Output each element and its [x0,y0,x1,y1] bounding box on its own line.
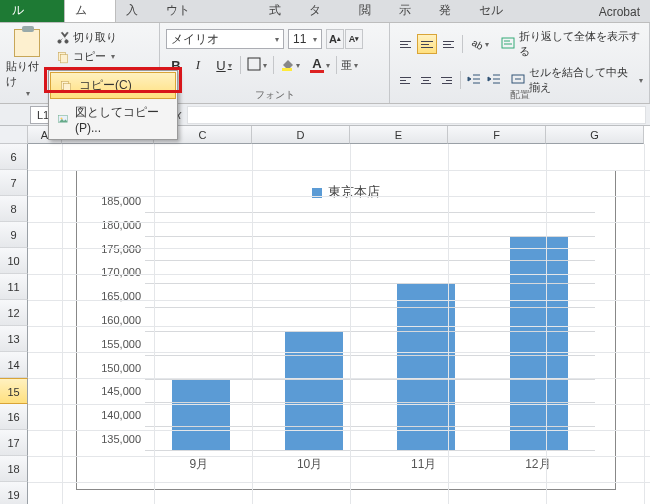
scissors-icon [56,31,70,45]
chevron-down-icon: ▾ [296,61,300,70]
italic-button[interactable]: I [188,55,208,75]
increase-font-button[interactable]: A▴ [326,29,344,49]
menu-item-copy-as-picture[interactable]: 図としてコピー(P)... [49,100,177,139]
select-all-triangle[interactable] [0,126,28,144]
row-header-12[interactable]: 12 [0,300,28,326]
wrap-text-label: 折り返して全体を表示する [519,29,643,59]
paste-icon [14,29,40,57]
row-header-6[interactable]: 6 [0,144,28,170]
align-right-button[interactable] [437,70,456,90]
menu-item-copy-label: コピー(C) [79,77,132,94]
tab-file[interactable]: ファイル [0,0,64,22]
chevron-down-icon: ▾ [111,52,115,61]
chevron-down-icon: ▾ [275,35,279,44]
row-header-9[interactable]: 9 [0,222,28,248]
row-header-13[interactable]: 13 [0,326,28,352]
tab-view[interactable]: 表示 [389,0,429,22]
fill-color-button[interactable]: ▾ [276,55,304,75]
chart-x-tick: 11月 [411,456,436,473]
increase-font-label: A [329,33,337,45]
formula-bar[interactable] [187,106,646,124]
ribbon-tabs: ファイル ホーム 挿入 ページ レイアウト 数式 データ 校閲 表示 開発 活用… [0,0,650,22]
wrap-text-button[interactable]: 折り返して全体を表示する [501,29,643,59]
align-top-button[interactable] [396,34,415,54]
tab-insert[interactable]: 挿入 [116,0,156,22]
chevron-down-icon: ▾ [263,61,267,70]
svg-rect-3 [64,83,71,91]
align-left-button[interactable] [396,70,415,90]
decrease-font-button[interactable]: A▾ [345,29,363,49]
row-header-19[interactable]: 19 [0,482,28,504]
chart-y-tick: 135,000 [91,433,141,445]
column-header-F[interactable]: F [448,126,546,144]
chevron-down-icon: ▾ [639,76,643,85]
border-icon [247,57,261,74]
row-header-11[interactable]: 11 [0,274,28,300]
column-header-D[interactable]: D [252,126,350,144]
column-header-E[interactable]: E [350,126,448,144]
cut-label: 切り取り [73,30,117,45]
worksheet[interactable]: ABCDEFG 678910111213141516171819 東京本店 13… [0,126,650,504]
wrap-icon [501,36,515,52]
font-size-value: 11 [293,32,306,46]
chart-x-tick: 9月 [189,456,208,473]
tab-home[interactable]: ホーム [64,0,116,22]
tab-developer[interactable]: 開発 [429,0,469,22]
tab-data[interactable]: データ [299,0,349,22]
tab-acrobat[interactable]: Acrobat [589,2,650,22]
chart-legend: 東京本店 [87,179,605,207]
chevron-down-icon: ▾ [354,61,358,70]
chart-y-tick: 140,000 [91,409,141,421]
border-button[interactable]: ▾ [243,55,271,75]
row-header-8[interactable]: 8 [0,196,28,222]
chevron-down-icon: ▾ [485,40,489,49]
tab-review[interactable]: 校閲 [349,0,389,22]
grid-area[interactable]: 東京本店 135,000140,000145,000150,000155,000… [28,144,650,504]
underline-label: U [216,58,225,73]
svg-rect-8 [502,38,514,48]
chevron-down-icon: ▾ [26,89,30,98]
indent-icon [487,72,501,89]
orientation-button[interactable]: ab▾ [467,34,494,54]
chart-bar [510,237,568,451]
row-header-18[interactable]: 18 [0,456,28,482]
chart-x-labels: 9月10月11月12月 [145,456,595,473]
row-header-14[interactable]: 14 [0,352,28,378]
group-font-label: フォント [160,88,389,102]
row-header-7[interactable]: 7 [0,170,28,196]
row-header-17[interactable]: 17 [0,430,28,456]
phonetic-button[interactable]: 亜▾ [339,55,359,75]
row-header-10[interactable]: 10 [0,248,28,274]
row-header-16[interactable]: 16 [0,404,28,430]
chart-y-tick: 150,000 [91,362,141,374]
tab-formulas[interactable]: 数式 [259,0,299,22]
paste-button[interactable]: 貼り付け ▾ [6,25,48,98]
copy-dropdown-menu: コピー(C) 図としてコピー(P)... [48,70,178,140]
font-color-button[interactable]: A ▾ [306,55,334,75]
merge-icon [511,72,525,88]
align-middle-button[interactable] [417,34,436,54]
copy-button[interactable]: コピー ▾ [52,48,121,65]
menu-item-copy-as-picture-label: 図としてコピー(P)... [75,104,169,135]
row-header-15[interactable]: 15 [0,378,28,404]
tab-page-layout[interactable]: ページ レイアウト [156,0,259,22]
decrease-indent-button[interactable] [465,70,483,90]
group-alignment-label: 配置 [390,88,649,102]
embedded-chart[interactable]: 東京本店 135,000140,000145,000150,000155,000… [76,170,616,490]
font-name-select[interactable]: メイリオ ▾ [166,29,284,49]
chart-y-tick: 170,000 [91,266,141,278]
column-header-G[interactable]: G [546,126,644,144]
tab-katsuyou[interactable]: 活用しよう！エクセル [469,0,589,22]
align-bottom-button[interactable] [439,34,458,54]
chevron-down-icon: ▾ [228,61,232,70]
ribbon: 貼り付け ▾ 切り取り コピー ▾ [0,22,650,104]
underline-button[interactable]: U▾ [210,55,238,75]
row-headers: 678910111213141516171819 [0,144,28,504]
cut-button[interactable]: 切り取り [52,29,121,46]
menu-item-copy[interactable]: コピー(C) [50,72,176,99]
copy-icon [56,50,70,64]
align-center-button[interactable] [417,70,436,90]
increase-indent-button[interactable] [485,70,503,90]
chart-y-tick: 160,000 [91,314,141,326]
font-size-select[interactable]: 11 ▾ [288,29,322,49]
